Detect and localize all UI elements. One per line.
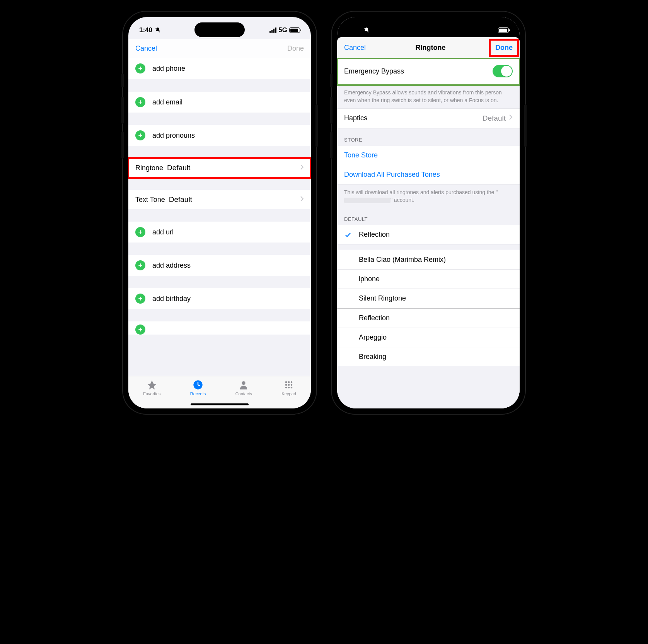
done-highlight: Done [490, 40, 518, 56]
redacted-account [344, 198, 391, 203]
tab-keypad[interactable]: Keypad [281, 379, 296, 408]
keypad-icon [283, 379, 294, 390]
add-phone-row[interactable]: add phone [128, 58, 311, 79]
cancel-button[interactable]: Cancel [344, 44, 366, 52]
texttone-row[interactable]: Text Tone Default [128, 190, 311, 209]
sheet-navbar: Cancel Ringtone Done [337, 37, 520, 58]
ringtone-row[interactable]: Ringtone Default [128, 158, 311, 178]
svg-point-18 [288, 381, 290, 383]
phone-left: 1:40 5G Cancel Done add phone [123, 12, 316, 414]
plus-icon [135, 260, 145, 270]
row-label: Tone Store [344, 151, 378, 159]
svg-point-19 [291, 381, 293, 383]
row-label: add phone [152, 65, 185, 73]
plus-icon [135, 63, 145, 73]
option-label: Silent Ringtone [359, 294, 406, 302]
svg-point-20 [285, 384, 287, 386]
haptics-row[interactable]: Haptics Default [337, 108, 520, 128]
home-indicator[interactable] [191, 403, 249, 405]
svg-point-17 [285, 381, 287, 383]
row-label: add birthday [152, 295, 191, 303]
ringtone-option[interactable]: Reflection [337, 308, 520, 328]
phone-right: 1:40 5G Cancel Ringtone Done E [332, 12, 525, 414]
svg-point-22 [291, 384, 293, 386]
plus-icon [135, 294, 145, 304]
ringtone-option[interactable]: Arpeggio [337, 328, 520, 347]
tab-label: Keypad [281, 391, 296, 396]
dynamic-island [194, 22, 245, 37]
plus-icon [135, 227, 145, 237]
plus-icon [135, 130, 145, 140]
download-tones-row[interactable]: Download All Purchased Tones [337, 165, 520, 184]
row-value: Default [483, 114, 506, 123]
plus-icon [135, 97, 145, 107]
row-label: add address [152, 261, 191, 270]
row-value: Default [169, 195, 192, 204]
row-label: Haptics [344, 114, 367, 122]
ringtone-option[interactable]: iphone [337, 270, 520, 289]
svg-point-16 [242, 381, 246, 385]
plus-icon [135, 325, 145, 335]
add-row-partial[interactable] [128, 321, 311, 335]
status-time: 1:40 [139, 26, 152, 34]
option-label: iphone [359, 275, 380, 283]
ringtone-option[interactable]: Bella Ciao (Marimba Remix) [337, 250, 520, 270]
store-header: STORE [337, 128, 520, 146]
ringtone-option[interactable]: Silent Ringtone [337, 289, 520, 308]
row-label: add pronouns [152, 132, 195, 140]
row-label: add email [152, 98, 182, 106]
svg-point-25 [291, 387, 293, 389]
sheet-title: Ringtone [416, 44, 446, 52]
add-birthday-row[interactable]: add birthday [128, 288, 311, 309]
add-email-row[interactable]: add email [128, 92, 311, 113]
chevron-right-icon [300, 196, 304, 204]
add-url-row[interactable]: add url [128, 222, 311, 243]
network-label: 5G [278, 26, 287, 34]
tab-favorites[interactable]: Favorites [143, 379, 160, 408]
contact-edit-form: add phone add email add pronouns Rington… [128, 58, 311, 376]
tab-label: Recents [190, 391, 206, 396]
svg-point-24 [288, 387, 290, 389]
signal-icon [269, 27, 276, 33]
row-label: Emergency Bypass [344, 67, 404, 75]
checkmark-icon [344, 231, 352, 238]
ringtone-sheet: Cancel Ringtone Done Emergency Bypass Em… [337, 37, 520, 408]
dynamic-island [403, 22, 454, 37]
ringtone-option-selected[interactable]: Reflection [337, 225, 520, 244]
person-icon [238, 379, 249, 390]
row-label: add url [152, 228, 174, 236]
option-label: Reflection [359, 231, 390, 239]
svg-point-23 [285, 387, 287, 389]
svg-point-21 [288, 384, 290, 386]
tone-store-row[interactable]: Tone Store [337, 146, 520, 165]
silent-mode-icon [155, 27, 161, 33]
bypass-footer: Emergency Bypass allows sounds and vibra… [337, 85, 520, 108]
battery-icon [498, 27, 509, 33]
row-value: Default [167, 164, 190, 172]
row-label: Text Tone [135, 196, 165, 204]
clock-icon [193, 379, 203, 390]
star-icon [147, 379, 157, 390]
ringtone-option[interactable]: Breaking [337, 347, 520, 366]
row-label: Download All Purchased Tones [344, 171, 440, 179]
option-label: Arpeggio [359, 333, 387, 342]
silent-mode-icon [363, 27, 370, 33]
cancel-button[interactable]: Cancel [135, 44, 157, 53]
battery-icon [289, 27, 300, 33]
navbar: Cancel Done [128, 39, 311, 58]
option-label: Breaking [359, 353, 386, 361]
tab-label: Contacts [235, 391, 252, 396]
store-footer: This will download all ringtones and ale… [337, 184, 520, 208]
done-button[interactable]: Done [495, 44, 513, 51]
row-label: Ringtone [135, 164, 163, 172]
option-label: Reflection [359, 314, 390, 322]
emergency-bypass-toggle[interactable] [493, 65, 513, 77]
tab-label: Favorites [143, 391, 160, 396]
chevron-right-icon [509, 114, 513, 122]
add-pronouns-row[interactable]: add pronouns [128, 125, 311, 146]
default-header: DEFAULT [337, 208, 520, 225]
add-address-row[interactable]: add address [128, 255, 311, 276]
emergency-bypass-row[interactable]: Emergency Bypass [337, 58, 520, 85]
option-label: Bella Ciao (Marimba Remix) [359, 256, 446, 264]
done-button[interactable]: Done [287, 44, 304, 53]
